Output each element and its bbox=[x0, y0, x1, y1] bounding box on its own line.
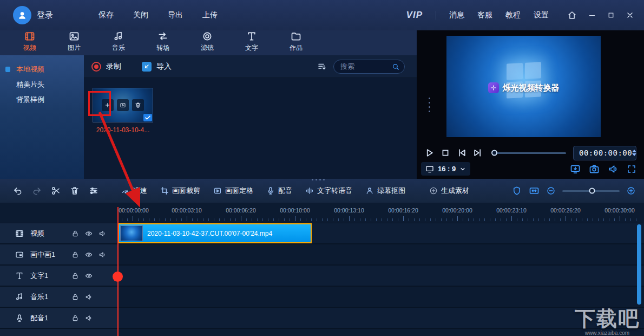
maximize-icon[interactable] bbox=[607, 11, 615, 19]
lock-icon[interactable] bbox=[71, 314, 79, 322]
undo-icon[interactable] bbox=[13, 186, 23, 196]
track-header-text[interactable]: 文字1 bbox=[0, 266, 117, 286]
search-input[interactable] bbox=[340, 62, 392, 70]
cut-scissors-icon[interactable] bbox=[51, 186, 61, 196]
menu-export[interactable]: 导出 bbox=[168, 10, 183, 20]
speaker-icon[interactable] bbox=[85, 314, 93, 322]
sort-icon[interactable] bbox=[317, 62, 327, 72]
add-to-timeline-button[interactable] bbox=[102, 99, 114, 111]
zoom-knob[interactable] bbox=[589, 188, 595, 194]
import-button[interactable]: 导入 bbox=[142, 62, 172, 72]
menu-close-project[interactable]: 关闭 bbox=[133, 10, 148, 20]
seek-slider[interactable] bbox=[492, 152, 566, 154]
sidebar-item-local-video[interactable]: 本地视频 bbox=[0, 62, 84, 77]
speaker-icon[interactable] bbox=[98, 251, 106, 259]
lock-icon[interactable] bbox=[71, 293, 79, 301]
fit-timeline-icon[interactable] bbox=[529, 185, 540, 196]
menu-tutorials[interactable]: 教程 bbox=[505, 10, 521, 20]
close-icon[interactable] bbox=[626, 11, 634, 20]
track-manager-icon[interactable] bbox=[89, 186, 98, 196]
eye-icon[interactable] bbox=[85, 272, 93, 280]
track-header-pip[interactable]: 画中画1 bbox=[0, 244, 117, 264]
green-screen-button[interactable]: 绿幕抠图 bbox=[365, 186, 405, 196]
track-header-video[interactable]: 视频 bbox=[0, 223, 117, 243]
home-icon[interactable] bbox=[567, 10, 577, 20]
timeline-panel: 00:00:00:00 00:00:03:10 00:00:06:20 00:0… bbox=[0, 203, 644, 336]
tab-text[interactable]: 文字 bbox=[229, 31, 274, 53]
panel-splitter-vertical[interactable] bbox=[428, 98, 430, 112]
speed-button[interactable]: 调速 bbox=[121, 186, 147, 196]
crop-button[interactable]: 画面裁剪 bbox=[160, 186, 200, 196]
speaker-icon[interactable] bbox=[608, 164, 619, 175]
eye-icon[interactable] bbox=[85, 251, 93, 259]
skip-start-button[interactable] bbox=[454, 147, 470, 158]
zoom-in-icon[interactable] bbox=[627, 186, 635, 195]
tab-filter[interactable]: 滤镜 bbox=[185, 31, 229, 53]
panel-splitter-horizontal[interactable] bbox=[312, 179, 325, 180]
seek-knob[interactable] bbox=[491, 150, 497, 156]
menu-upload[interactable]: 上传 bbox=[202, 10, 218, 20]
lane-text[interactable] bbox=[117, 266, 644, 286]
lane-video[interactable]: 2020-11-03-10-42-37.CUT.00'07-00'24.mp4 bbox=[117, 223, 644, 243]
speaker-icon[interactable] bbox=[85, 293, 93, 301]
tab-works[interactable]: 作品 bbox=[274, 31, 318, 53]
zoom-out-icon[interactable] bbox=[547, 186, 555, 195]
crop-icon bbox=[160, 186, 169, 195]
media-tabstrip: 视频 图片 音乐 转场 滤镜 文字 作品 bbox=[0, 30, 417, 55]
import-icon bbox=[142, 62, 152, 72]
media-thumbnail[interactable] bbox=[93, 88, 153, 122]
snapshot-camera-icon[interactable] bbox=[589, 164, 600, 175]
preview-clip-button[interactable] bbox=[117, 99, 129, 111]
timeline-scrollbar[interactable] bbox=[637, 224, 641, 305]
minimize-icon[interactable] bbox=[588, 11, 596, 20]
track-header-voice[interactable]: 配音1 bbox=[0, 308, 117, 328]
play-button[interactable] bbox=[421, 147, 437, 158]
eye-icon[interactable] bbox=[85, 230, 93, 237]
menu-save[interactable]: 保存 bbox=[98, 10, 114, 20]
lock-icon[interactable] bbox=[71, 251, 79, 259]
stop-button[interactable] bbox=[437, 147, 454, 158]
text-to-speech-button[interactable]: 文字转语音 bbox=[305, 186, 352, 196]
timeline-ruler[interactable]: 00:00:00:00 00:00:03:10 00:00:06:20 00:0… bbox=[0, 203, 644, 223]
dubbing-button[interactable]: 配音 bbox=[266, 186, 292, 196]
record-button[interactable]: 录制 bbox=[91, 62, 121, 72]
shield-icon[interactable] bbox=[512, 186, 522, 196]
monitor-icon bbox=[425, 165, 434, 173]
tab-transition[interactable]: 转场 bbox=[141, 31, 185, 53]
search-icon[interactable] bbox=[392, 63, 399, 70]
tab-picture[interactable]: 图片 bbox=[52, 31, 96, 53]
generate-material-button[interactable]: 生成素材 bbox=[429, 186, 469, 196]
delete-clip-button[interactable] bbox=[132, 99, 144, 111]
track-header-music[interactable]: 音乐1 bbox=[0, 287, 117, 307]
login-link[interactable]: 登录 bbox=[37, 10, 53, 21]
redo-icon[interactable] bbox=[32, 186, 42, 196]
menu-settings[interactable]: 设置 bbox=[534, 10, 549, 20]
zoom-slider[interactable] bbox=[562, 190, 620, 192]
timeline-clip[interactable]: 2020-11-03-10-42-37.CUT.00'07-00'24.mp4 bbox=[118, 223, 312, 243]
speaker-icon[interactable] bbox=[98, 230, 106, 237]
skip-end-button[interactable] bbox=[470, 147, 486, 158]
timecode-stepper[interactable] bbox=[632, 150, 636, 156]
lock-icon[interactable] bbox=[71, 272, 79, 280]
tab-video[interactable]: 视频 bbox=[8, 31, 52, 53]
sidebar-item-intros[interactable]: 精美片头 bbox=[0, 77, 84, 92]
fullscreen-icon[interactable] bbox=[627, 164, 636, 174]
chevron-down-icon bbox=[459, 166, 466, 172]
search-box bbox=[333, 60, 405, 74]
aspect-ratio-dropdown[interactable]: 16 : 9 bbox=[421, 162, 470, 176]
playhead-handle[interactable] bbox=[113, 272, 123, 282]
delete-trash-icon[interactable] bbox=[70, 186, 80, 196]
tab-music[interactable]: 音乐 bbox=[96, 31, 141, 53]
freeze-frame-button[interactable]: 画面定格 bbox=[213, 186, 253, 196]
lane-voice[interactable] bbox=[117, 308, 644, 328]
image-icon bbox=[69, 31, 80, 42]
lane-pip[interactable] bbox=[117, 244, 644, 264]
vip-badge[interactable]: VIP bbox=[406, 10, 423, 21]
screen-record-icon[interactable] bbox=[570, 164, 581, 175]
lock-icon[interactable] bbox=[71, 230, 79, 237]
sidebar-item-backgrounds[interactable]: 背景样例 bbox=[0, 92, 84, 107]
menu-messages[interactable]: 消息 bbox=[449, 10, 464, 20]
media-item[interactable]: 2020-11-03-10-4... bbox=[93, 88, 153, 134]
lane-music[interactable] bbox=[117, 287, 644, 307]
menu-support[interactable]: 客服 bbox=[477, 10, 492, 20]
